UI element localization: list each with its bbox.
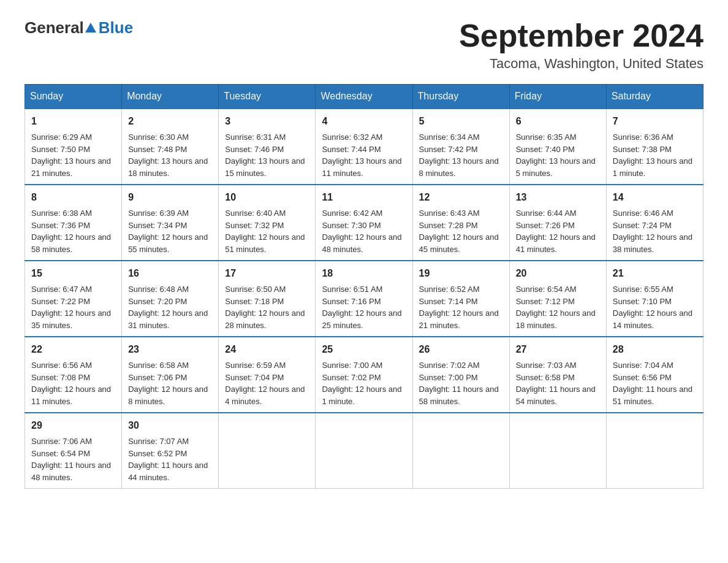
location-title: Tacoma, Washington, United States <box>459 56 703 72</box>
day-number: 12 <box>419 190 503 205</box>
day-number: 13 <box>516 190 600 205</box>
calendar-cell: 2Sunrise: 6:30 AMSunset: 7:48 PMDaylight… <box>122 109 219 185</box>
day-number: 21 <box>613 266 697 281</box>
calendar-cell: 6Sunrise: 6:35 AMSunset: 7:40 PMDaylight… <box>509 109 606 185</box>
calendar-cell: 7Sunrise: 6:36 AMSunset: 7:38 PMDaylight… <box>606 109 703 185</box>
svg-marker-0 <box>85 23 96 33</box>
week-row-2: 8Sunrise: 6:38 AMSunset: 7:36 PMDaylight… <box>25 185 703 261</box>
weekday-header-tuesday: Tuesday <box>219 85 316 109</box>
calendar-cell: 21Sunrise: 6:55 AMSunset: 7:10 PMDayligh… <box>606 261 703 337</box>
calendar-cell <box>219 413 316 489</box>
logo-text: General Blue <box>25 18 133 37</box>
calendar-cell: 3Sunrise: 6:31 AMSunset: 7:46 PMDaylight… <box>219 109 316 185</box>
calendar-cell: 24Sunrise: 6:59 AMSunset: 7:04 PMDayligh… <box>219 337 316 413</box>
calendar-cell <box>316 413 412 489</box>
calendar-cell: 19Sunrise: 6:52 AMSunset: 7:14 PMDayligh… <box>412 261 509 337</box>
calendar-cell: 5Sunrise: 6:34 AMSunset: 7:42 PMDaylight… <box>412 109 509 185</box>
page-header: General Blue September 2024 Tacoma, Wash… <box>25 18 703 72</box>
day-number: 15 <box>31 266 115 281</box>
day-number: 3 <box>225 114 309 129</box>
calendar-cell: 4Sunrise: 6:32 AMSunset: 7:44 PMDaylight… <box>316 109 412 185</box>
week-row-1: 1Sunrise: 6:29 AMSunset: 7:50 PMDaylight… <box>25 109 703 185</box>
day-number: 23 <box>128 342 212 357</box>
calendar-cell: 27Sunrise: 7:03 AMSunset: 6:58 PMDayligh… <box>509 337 606 413</box>
day-number: 27 <box>516 342 600 357</box>
day-number: 17 <box>225 266 309 281</box>
weekday-header-friday: Friday <box>509 85 606 109</box>
calendar-cell: 23Sunrise: 6:58 AMSunset: 7:06 PMDayligh… <box>122 337 219 413</box>
day-number: 29 <box>31 418 115 433</box>
day-number: 9 <box>128 190 212 205</box>
day-number: 6 <box>516 114 600 129</box>
weekday-header-monday: Monday <box>122 85 219 109</box>
calendar-cell: 26Sunrise: 7:02 AMSunset: 7:00 PMDayligh… <box>412 337 509 413</box>
day-number: 22 <box>31 342 115 357</box>
day-number: 10 <box>225 190 309 205</box>
calendar-cell: 25Sunrise: 7:00 AMSunset: 7:02 PMDayligh… <box>316 337 412 413</box>
day-number: 1 <box>31 114 115 129</box>
calendar-cell <box>509 413 606 489</box>
day-number: 8 <box>31 190 115 205</box>
calendar-cell: 9Sunrise: 6:39 AMSunset: 7:34 PMDaylight… <box>122 185 219 261</box>
week-row-4: 22Sunrise: 6:56 AMSunset: 7:08 PMDayligh… <box>25 337 703 413</box>
week-row-5: 29Sunrise: 7:06 AMSunset: 6:54 PMDayligh… <box>25 413 703 489</box>
day-number: 24 <box>225 342 309 357</box>
calendar-cell: 1Sunrise: 6:29 AMSunset: 7:50 PMDaylight… <box>25 109 122 185</box>
weekday-header-row: SundayMondayTuesdayWednesdayThursdayFrid… <box>25 85 703 109</box>
day-number: 11 <box>322 190 406 205</box>
day-number: 28 <box>613 342 697 357</box>
logo-general-text: General <box>25 18 84 37</box>
calendar-cell: 18Sunrise: 6:51 AMSunset: 7:16 PMDayligh… <box>316 261 412 337</box>
calendar-cell: 17Sunrise: 6:50 AMSunset: 7:18 PMDayligh… <box>219 261 316 337</box>
weekday-header-sunday: Sunday <box>25 85 122 109</box>
calendar-cell: 14Sunrise: 6:46 AMSunset: 7:24 PMDayligh… <box>606 185 703 261</box>
calendar-cell: 16Sunrise: 6:48 AMSunset: 7:20 PMDayligh… <box>122 261 219 337</box>
calendar-cell: 12Sunrise: 6:43 AMSunset: 7:28 PMDayligh… <box>412 185 509 261</box>
weekday-header-thursday: Thursday <box>412 85 509 109</box>
day-number: 4 <box>322 114 406 129</box>
logo: General Blue <box>25 18 133 37</box>
calendar-cell: 22Sunrise: 6:56 AMSunset: 7:08 PMDayligh… <box>25 337 122 413</box>
weekday-header-wednesday: Wednesday <box>316 85 412 109</box>
day-number: 18 <box>322 266 406 281</box>
day-number: 7 <box>613 114 697 129</box>
calendar-cell: 8Sunrise: 6:38 AMSunset: 7:36 PMDaylight… <box>25 185 122 261</box>
day-number: 14 <box>613 190 697 205</box>
month-title: September 2024 <box>459 18 703 53</box>
day-number: 30 <box>128 418 212 433</box>
day-number: 5 <box>419 114 503 129</box>
calendar-cell: 28Sunrise: 7:04 AMSunset: 6:56 PMDayligh… <box>606 337 703 413</box>
calendar-cell: 11Sunrise: 6:42 AMSunset: 7:30 PMDayligh… <box>316 185 412 261</box>
calendar-cell: 15Sunrise: 6:47 AMSunset: 7:22 PMDayligh… <box>25 261 122 337</box>
logo-blue-text: Blue <box>99 18 133 37</box>
calendar-cell: 13Sunrise: 6:44 AMSunset: 7:26 PMDayligh… <box>509 185 606 261</box>
day-number: 2 <box>128 114 212 129</box>
day-number: 25 <box>322 342 406 357</box>
weekday-header-saturday: Saturday <box>606 85 703 109</box>
calendar-cell: 20Sunrise: 6:54 AMSunset: 7:12 PMDayligh… <box>509 261 606 337</box>
logo-triangle-icon <box>84 21 97 35</box>
day-number: 26 <box>419 342 503 357</box>
calendar-cell <box>412 413 509 489</box>
calendar-cell: 10Sunrise: 6:40 AMSunset: 7:32 PMDayligh… <box>219 185 316 261</box>
calendar-cell <box>606 413 703 489</box>
week-row-3: 15Sunrise: 6:47 AMSunset: 7:22 PMDayligh… <box>25 261 703 337</box>
calendar-cell: 30Sunrise: 7:07 AMSunset: 6:52 PMDayligh… <box>122 413 219 489</box>
day-number: 19 <box>419 266 503 281</box>
calendar-cell: 29Sunrise: 7:06 AMSunset: 6:54 PMDayligh… <box>25 413 122 489</box>
day-number: 16 <box>128 266 212 281</box>
day-number: 20 <box>516 266 600 281</box>
title-area: September 2024 Tacoma, Washington, Unite… <box>459 18 703 72</box>
calendar-table: SundayMondayTuesdayWednesdayThursdayFrid… <box>25 84 703 489</box>
